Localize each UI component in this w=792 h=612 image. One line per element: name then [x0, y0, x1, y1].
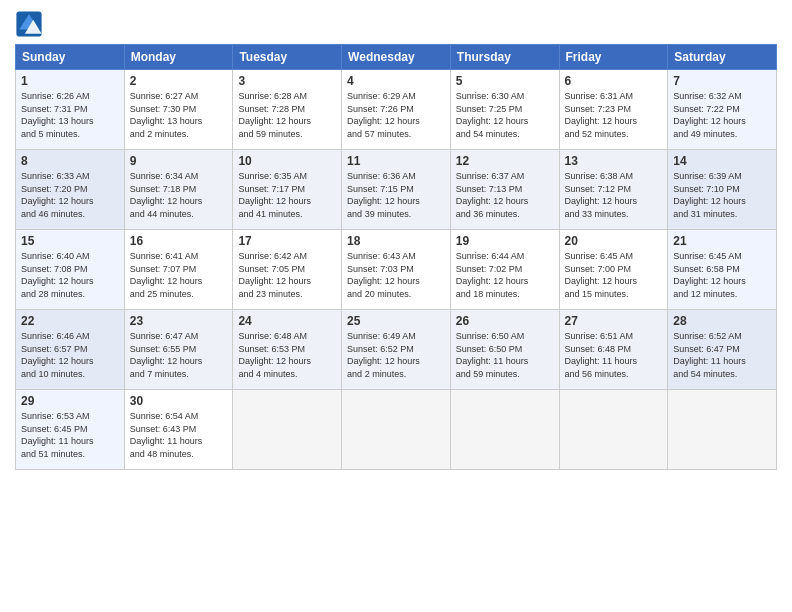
day-info: Sunrise: 6:45 AM Sunset: 6:58 PM Dayligh…	[673, 250, 771, 300]
calendar-cell: 20Sunrise: 6:45 AM Sunset: 7:00 PM Dayli…	[559, 230, 668, 310]
calendar-cell	[559, 390, 668, 470]
day-info: Sunrise: 6:50 AM Sunset: 6:50 PM Dayligh…	[456, 330, 554, 380]
calendar-cell: 27Sunrise: 6:51 AM Sunset: 6:48 PM Dayli…	[559, 310, 668, 390]
day-number: 21	[673, 234, 771, 248]
calendar-week-row: 1Sunrise: 6:26 AM Sunset: 7:31 PM Daylig…	[16, 70, 777, 150]
header	[15, 10, 777, 38]
logo	[15, 10, 47, 38]
day-number: 15	[21, 234, 119, 248]
calendar-cell: 28Sunrise: 6:52 AM Sunset: 6:47 PM Dayli…	[668, 310, 777, 390]
day-number: 23	[130, 314, 228, 328]
day-info: Sunrise: 6:34 AM Sunset: 7:18 PM Dayligh…	[130, 170, 228, 220]
weekday-header-thursday: Thursday	[450, 45, 559, 70]
day-number: 3	[238, 74, 336, 88]
calendar-cell: 1Sunrise: 6:26 AM Sunset: 7:31 PM Daylig…	[16, 70, 125, 150]
calendar-cell: 19Sunrise: 6:44 AM Sunset: 7:02 PM Dayli…	[450, 230, 559, 310]
day-info: Sunrise: 6:54 AM Sunset: 6:43 PM Dayligh…	[130, 410, 228, 460]
calendar-cell: 5Sunrise: 6:30 AM Sunset: 7:25 PM Daylig…	[450, 70, 559, 150]
calendar-cell: 23Sunrise: 6:47 AM Sunset: 6:55 PM Dayli…	[124, 310, 233, 390]
calendar-cell: 26Sunrise: 6:50 AM Sunset: 6:50 PM Dayli…	[450, 310, 559, 390]
day-info: Sunrise: 6:33 AM Sunset: 7:20 PM Dayligh…	[21, 170, 119, 220]
day-number: 20	[565, 234, 663, 248]
calendar-cell: 14Sunrise: 6:39 AM Sunset: 7:10 PM Dayli…	[668, 150, 777, 230]
day-info: Sunrise: 6:52 AM Sunset: 6:47 PM Dayligh…	[673, 330, 771, 380]
calendar-cell: 10Sunrise: 6:35 AM Sunset: 7:17 PM Dayli…	[233, 150, 342, 230]
day-info: Sunrise: 6:27 AM Sunset: 7:30 PM Dayligh…	[130, 90, 228, 140]
day-info: Sunrise: 6:40 AM Sunset: 7:08 PM Dayligh…	[21, 250, 119, 300]
day-number: 17	[238, 234, 336, 248]
weekday-header-friday: Friday	[559, 45, 668, 70]
calendar-cell: 6Sunrise: 6:31 AM Sunset: 7:23 PM Daylig…	[559, 70, 668, 150]
page: SundayMondayTuesdayWednesdayThursdayFrid…	[0, 0, 792, 612]
calendar-cell: 8Sunrise: 6:33 AM Sunset: 7:20 PM Daylig…	[16, 150, 125, 230]
weekday-header-row: SundayMondayTuesdayWednesdayThursdayFrid…	[16, 45, 777, 70]
day-info: Sunrise: 6:43 AM Sunset: 7:03 PM Dayligh…	[347, 250, 445, 300]
calendar-cell: 18Sunrise: 6:43 AM Sunset: 7:03 PM Dayli…	[342, 230, 451, 310]
calendar-cell: 24Sunrise: 6:48 AM Sunset: 6:53 PM Dayli…	[233, 310, 342, 390]
day-number: 16	[130, 234, 228, 248]
calendar-week-row: 15Sunrise: 6:40 AM Sunset: 7:08 PM Dayli…	[16, 230, 777, 310]
calendar-cell: 22Sunrise: 6:46 AM Sunset: 6:57 PM Dayli…	[16, 310, 125, 390]
day-number: 6	[565, 74, 663, 88]
day-number: 29	[21, 394, 119, 408]
calendar-cell: 16Sunrise: 6:41 AM Sunset: 7:07 PM Dayli…	[124, 230, 233, 310]
day-info: Sunrise: 6:53 AM Sunset: 6:45 PM Dayligh…	[21, 410, 119, 460]
day-info: Sunrise: 6:36 AM Sunset: 7:15 PM Dayligh…	[347, 170, 445, 220]
day-number: 30	[130, 394, 228, 408]
day-info: Sunrise: 6:32 AM Sunset: 7:22 PM Dayligh…	[673, 90, 771, 140]
day-info: Sunrise: 6:38 AM Sunset: 7:12 PM Dayligh…	[565, 170, 663, 220]
calendar-cell: 2Sunrise: 6:27 AM Sunset: 7:30 PM Daylig…	[124, 70, 233, 150]
calendar-cell	[450, 390, 559, 470]
day-info: Sunrise: 6:49 AM Sunset: 6:52 PM Dayligh…	[347, 330, 445, 380]
day-number: 28	[673, 314, 771, 328]
calendar-cell: 25Sunrise: 6:49 AM Sunset: 6:52 PM Dayli…	[342, 310, 451, 390]
day-number: 4	[347, 74, 445, 88]
calendar-week-row: 29Sunrise: 6:53 AM Sunset: 6:45 PM Dayli…	[16, 390, 777, 470]
day-info: Sunrise: 6:44 AM Sunset: 7:02 PM Dayligh…	[456, 250, 554, 300]
day-number: 14	[673, 154, 771, 168]
day-number: 12	[456, 154, 554, 168]
day-number: 19	[456, 234, 554, 248]
day-info: Sunrise: 6:37 AM Sunset: 7:13 PM Dayligh…	[456, 170, 554, 220]
day-info: Sunrise: 6:45 AM Sunset: 7:00 PM Dayligh…	[565, 250, 663, 300]
day-number: 25	[347, 314, 445, 328]
day-info: Sunrise: 6:51 AM Sunset: 6:48 PM Dayligh…	[565, 330, 663, 380]
day-info: Sunrise: 6:42 AM Sunset: 7:05 PM Dayligh…	[238, 250, 336, 300]
calendar-week-row: 22Sunrise: 6:46 AM Sunset: 6:57 PM Dayli…	[16, 310, 777, 390]
calendar-cell: 12Sunrise: 6:37 AM Sunset: 7:13 PM Dayli…	[450, 150, 559, 230]
day-number: 5	[456, 74, 554, 88]
day-info: Sunrise: 6:39 AM Sunset: 7:10 PM Dayligh…	[673, 170, 771, 220]
day-info: Sunrise: 6:35 AM Sunset: 7:17 PM Dayligh…	[238, 170, 336, 220]
day-number: 7	[673, 74, 771, 88]
day-number: 22	[21, 314, 119, 328]
calendar-cell: 17Sunrise: 6:42 AM Sunset: 7:05 PM Dayli…	[233, 230, 342, 310]
day-info: Sunrise: 6:46 AM Sunset: 6:57 PM Dayligh…	[21, 330, 119, 380]
calendar-cell	[233, 390, 342, 470]
weekday-header-sunday: Sunday	[16, 45, 125, 70]
day-number: 26	[456, 314, 554, 328]
calendar-cell	[342, 390, 451, 470]
calendar-cell	[668, 390, 777, 470]
day-info: Sunrise: 6:47 AM Sunset: 6:55 PM Dayligh…	[130, 330, 228, 380]
calendar-cell: 15Sunrise: 6:40 AM Sunset: 7:08 PM Dayli…	[16, 230, 125, 310]
calendar-cell: 7Sunrise: 6:32 AM Sunset: 7:22 PM Daylig…	[668, 70, 777, 150]
day-number: 10	[238, 154, 336, 168]
calendar-cell: 4Sunrise: 6:29 AM Sunset: 7:26 PM Daylig…	[342, 70, 451, 150]
calendar-cell: 30Sunrise: 6:54 AM Sunset: 6:43 PM Dayli…	[124, 390, 233, 470]
logo-icon	[15, 10, 43, 38]
day-number: 9	[130, 154, 228, 168]
day-number: 18	[347, 234, 445, 248]
day-info: Sunrise: 6:28 AM Sunset: 7:28 PM Dayligh…	[238, 90, 336, 140]
day-info: Sunrise: 6:48 AM Sunset: 6:53 PM Dayligh…	[238, 330, 336, 380]
calendar-cell: 29Sunrise: 6:53 AM Sunset: 6:45 PM Dayli…	[16, 390, 125, 470]
calendar-cell: 9Sunrise: 6:34 AM Sunset: 7:18 PM Daylig…	[124, 150, 233, 230]
day-number: 13	[565, 154, 663, 168]
calendar-cell: 13Sunrise: 6:38 AM Sunset: 7:12 PM Dayli…	[559, 150, 668, 230]
day-info: Sunrise: 6:26 AM Sunset: 7:31 PM Dayligh…	[21, 90, 119, 140]
weekday-header-saturday: Saturday	[668, 45, 777, 70]
day-number: 1	[21, 74, 119, 88]
day-info: Sunrise: 6:30 AM Sunset: 7:25 PM Dayligh…	[456, 90, 554, 140]
calendar-cell: 3Sunrise: 6:28 AM Sunset: 7:28 PM Daylig…	[233, 70, 342, 150]
day-info: Sunrise: 6:41 AM Sunset: 7:07 PM Dayligh…	[130, 250, 228, 300]
calendar-table: SundayMondayTuesdayWednesdayThursdayFrid…	[15, 44, 777, 470]
